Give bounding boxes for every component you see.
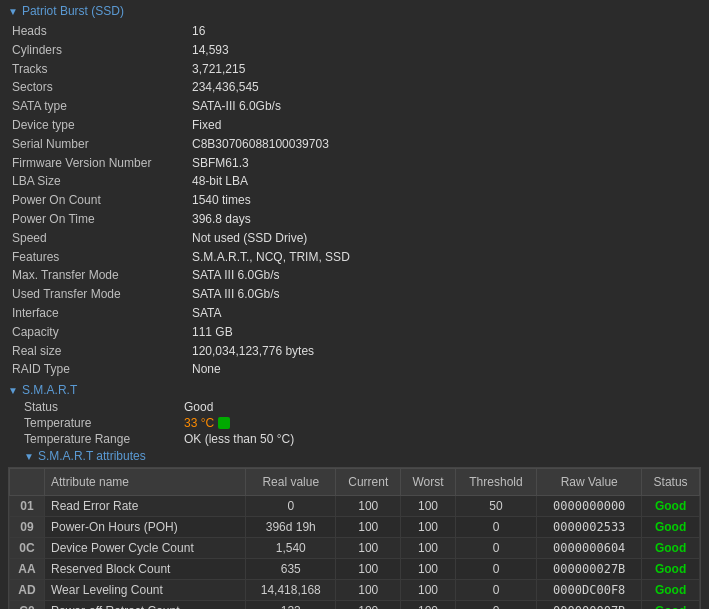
- field-label: Used Transfer Mode: [8, 285, 188, 304]
- field-label: RAID Type: [8, 360, 188, 379]
- device-info-row: Serial NumberC8B30706088100039703: [8, 135, 701, 154]
- attr-real: 123: [246, 601, 336, 609]
- field-label: Tracks: [8, 60, 188, 79]
- attr-status: Good: [642, 559, 700, 580]
- smart-attrs-link[interactable]: ▼ S.M.A.R.T attributes: [24, 449, 701, 463]
- attr-threshold: 0: [455, 601, 537, 609]
- attr-raw: 000000027B: [537, 559, 642, 580]
- device-info-row: Real size120,034,123,776 bytes: [8, 342, 701, 361]
- device-info-row: Sectors234,436,545: [8, 78, 701, 97]
- table-row: AA Reserved Block Count 635 100 100 0 00…: [10, 559, 700, 580]
- device-info-row: Power On Time396.8 days: [8, 210, 701, 229]
- main-container: ▼ Patriot Burst (SSD) Heads16Cylinders14…: [0, 0, 709, 609]
- field-label: Heads: [8, 22, 188, 41]
- table-row: 01 Read Error Rate 0 100 100 50 00000000…: [10, 496, 700, 517]
- col-status: Status: [642, 469, 700, 496]
- field-label: Interface: [8, 304, 188, 323]
- attr-threshold: 0: [455, 538, 537, 559]
- attr-current: 100: [336, 580, 401, 601]
- field-value: 396.8 days: [188, 210, 701, 229]
- smart-section-header[interactable]: ▼ S.M.A.R.T: [8, 383, 701, 397]
- field-value: 120,034,123,776 bytes: [188, 342, 701, 361]
- table-row: AD Wear Leveling Count 14,418,168 100 10…: [10, 580, 700, 601]
- field-value: SATA III 6.0Gb/s: [188, 266, 701, 285]
- attr-threshold: 0: [455, 580, 537, 601]
- attr-worst: 100: [401, 601, 455, 609]
- smart-temp-label: Temperature: [24, 416, 184, 430]
- attr-raw: 000000007B: [537, 601, 642, 609]
- device-info-row: Power On Count1540 times: [8, 191, 701, 210]
- table-header-row: Attribute name Real value Current Worst …: [10, 469, 700, 496]
- field-value: 48-bit LBA: [188, 172, 701, 191]
- attr-raw: 0000002533: [537, 517, 642, 538]
- device-info-row: Device typeFixed: [8, 116, 701, 135]
- field-label: Power On Time: [8, 210, 188, 229]
- smart-temp-range-value: OK (less than 50 °C): [184, 432, 294, 446]
- field-label: Max. Transfer Mode: [8, 266, 188, 285]
- attr-current: 100: [336, 538, 401, 559]
- attr-status: Good: [642, 538, 700, 559]
- field-value: 14,593: [188, 41, 701, 60]
- field-label: Firmware Version Number: [8, 154, 188, 173]
- attrs-triangle-icon: ▼: [24, 451, 34, 462]
- attr-name: Wear Leveling Count: [45, 580, 246, 601]
- field-value: 1540 times: [188, 191, 701, 210]
- smart-status-label: Status: [24, 400, 184, 414]
- attr-worst: 100: [401, 496, 455, 517]
- attr-id: 0C: [10, 538, 45, 559]
- device-info-row: Capacity111 GB: [8, 323, 701, 342]
- field-label: LBA Size: [8, 172, 188, 191]
- device-info-row: Max. Transfer ModeSATA III 6.0Gb/s: [8, 266, 701, 285]
- smart-temp-row: Temperature 33 °C: [24, 415, 701, 431]
- smart-triangle-icon: ▼: [8, 385, 18, 396]
- field-label: Capacity: [8, 323, 188, 342]
- field-label: Device type: [8, 116, 188, 135]
- smart-temp-range-label: Temperature Range: [24, 432, 184, 446]
- attr-raw: 0000000000: [537, 496, 642, 517]
- col-name: Attribute name: [45, 469, 246, 496]
- attr-name: Reserved Block Count: [45, 559, 246, 580]
- field-label: Real size: [8, 342, 188, 361]
- device-info-row: FeaturesS.M.A.R.T., NCQ, TRIM, SSD: [8, 248, 701, 267]
- attr-id: AD: [10, 580, 45, 601]
- field-label: Speed: [8, 229, 188, 248]
- attr-threshold: 0: [455, 559, 537, 580]
- device-header[interactable]: ▼ Patriot Burst (SSD): [8, 4, 701, 18]
- col-threshold: Threshold: [455, 469, 537, 496]
- device-info-row: Cylinders14,593: [8, 41, 701, 60]
- device-info-row: InterfaceSATA: [8, 304, 701, 323]
- field-value: SBFM61.3: [188, 154, 701, 173]
- attr-current: 100: [336, 559, 401, 580]
- attr-real: 14,418,168: [246, 580, 336, 601]
- device-info-row: Used Transfer ModeSATA III 6.0Gb/s: [8, 285, 701, 304]
- attr-current: 100: [336, 517, 401, 538]
- attr-raw: 0000000604: [537, 538, 642, 559]
- attr-id: C0: [10, 601, 45, 609]
- col-real: Real value: [246, 469, 336, 496]
- table-row: C0 Power-off Retract Count 123 100 100 0…: [10, 601, 700, 609]
- table-row: 0C Device Power Cycle Count 1,540 100 10…: [10, 538, 700, 559]
- attr-real: 0: [246, 496, 336, 517]
- device-info-row: SpeedNot used (SSD Drive): [8, 229, 701, 248]
- attrs-table-container: Attribute name Real value Current Worst …: [8, 467, 701, 609]
- field-value: 16: [188, 22, 701, 41]
- attr-real: 635: [246, 559, 336, 580]
- smart-temp-range-row: Temperature Range OK (less than 50 °C): [24, 431, 701, 447]
- attr-real: 1,540: [246, 538, 336, 559]
- smart-temp-value: 33 °C: [184, 416, 230, 430]
- field-value: S.M.A.R.T., NCQ, TRIM, SSD: [188, 248, 701, 267]
- smart-info-section: Status Good Temperature 33 °C Temperatur…: [24, 399, 701, 447]
- field-value: C8B30706088100039703: [188, 135, 701, 154]
- attr-worst: 100: [401, 580, 455, 601]
- attrs-link-text: S.M.A.R.T attributes: [38, 449, 146, 463]
- device-info-row: Firmware Version NumberSBFM61.3: [8, 154, 701, 173]
- device-info-row: Heads16: [8, 22, 701, 41]
- field-value: 3,721,215: [188, 60, 701, 79]
- field-label: Serial Number: [8, 135, 188, 154]
- field-value: SATA III 6.0Gb/s: [188, 285, 701, 304]
- attr-status: Good: [642, 580, 700, 601]
- attr-raw: 0000DC00F8: [537, 580, 642, 601]
- attr-status: Good: [642, 517, 700, 538]
- attr-current: 100: [336, 496, 401, 517]
- attr-worst: 100: [401, 538, 455, 559]
